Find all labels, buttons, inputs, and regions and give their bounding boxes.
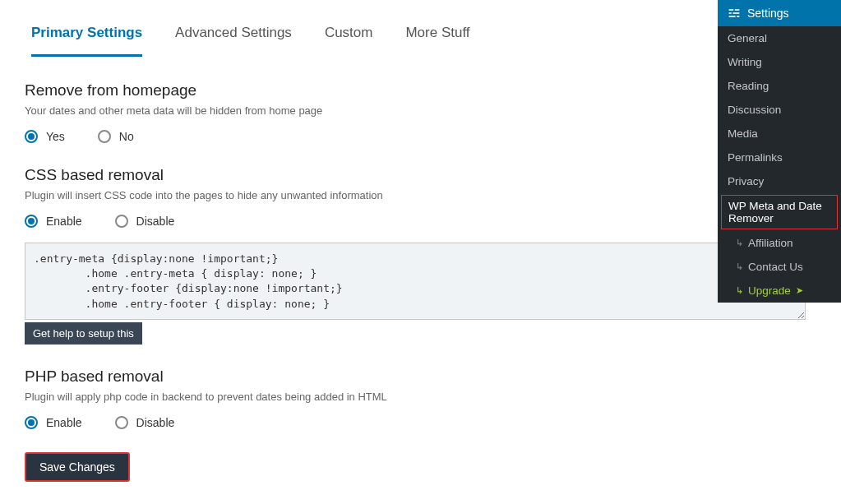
radio-group-css: Enable Disable xyxy=(25,215,691,228)
svg-rect-1 xyxy=(735,9,740,11)
radio-php-disable[interactable] xyxy=(115,416,128,429)
sidebar-title: Settings xyxy=(747,7,789,20)
radio-label: Disable xyxy=(136,416,175,429)
sidebar-item-discussion[interactable]: Discussion xyxy=(718,98,841,122)
tabs-bar: Primary Settings Advanced Settings Custo… xyxy=(25,16,691,57)
arrow-right-icon: ➤ xyxy=(796,285,803,296)
radio-homepage-no[interactable] xyxy=(98,130,111,143)
sidebar-header: Settings xyxy=(718,0,841,26)
radio-label: Disable xyxy=(136,215,175,228)
sidebar-item-reading[interactable]: Reading xyxy=(718,74,841,98)
section-php-removal: PHP based removal Plugin will apply php … xyxy=(25,368,691,429)
sidebar-item-affiliation[interactable]: ↳ Affiliation xyxy=(718,231,841,255)
save-changes-button[interactable]: Save Changes xyxy=(25,452,130,482)
sidebar-item-writing[interactable]: Writing xyxy=(718,50,841,74)
radio-label: Enable xyxy=(46,215,82,228)
radio-group-php: Enable Disable xyxy=(25,416,691,429)
section-desc: Plugin will apply php code in backend to… xyxy=(25,391,691,403)
radio-label: Enable xyxy=(46,416,82,429)
section-remove-homepage: Remove from homepage Your dates and othe… xyxy=(25,81,691,143)
section-title: PHP based removal xyxy=(25,368,691,386)
svg-rect-0 xyxy=(729,9,734,11)
radio-label: Yes xyxy=(46,130,65,143)
sidebar-item-label: Upgrade xyxy=(748,284,791,297)
radio-php-enable[interactable] xyxy=(25,416,38,429)
radio-label: No xyxy=(119,130,134,143)
sidebar-item-upgrade[interactable]: ↳ Upgrade ➤ xyxy=(718,279,841,303)
svg-rect-3 xyxy=(732,12,739,14)
section-desc: Plugin will insert CSS code into the pag… xyxy=(25,189,691,201)
section-desc: Your dates and other meta data will be h… xyxy=(25,104,691,117)
css-code-textarea[interactable] xyxy=(25,243,806,320)
sidebar-item-contact-us[interactable]: ↳ Contact Us xyxy=(718,255,841,279)
sidebar-item-privacy[interactable]: Privacy xyxy=(718,169,841,193)
radio-css-disable[interactable] xyxy=(115,215,128,228)
radio-homepage-yes[interactable] xyxy=(25,130,38,143)
svg-rect-2 xyxy=(729,12,732,14)
tab-primary-settings[interactable]: Primary Settings xyxy=(31,16,142,57)
sub-indicator-icon: ↳ xyxy=(736,285,743,296)
tab-advanced-settings[interactable]: Advanced Settings xyxy=(175,16,292,57)
section-title: CSS based removal xyxy=(25,166,691,184)
settings-icon xyxy=(728,7,741,20)
sidebar-item-label: Affiliation xyxy=(748,237,793,249)
radio-group-homepage: Yes No xyxy=(25,130,691,143)
sidebar-item-label: Contact Us xyxy=(748,261,803,273)
tab-custom[interactable]: Custom xyxy=(325,16,373,57)
sub-indicator-icon: ↳ xyxy=(736,261,743,272)
section-css-removal: CSS based removal Plugin will insert CSS… xyxy=(25,166,691,344)
section-title: Remove from homepage xyxy=(25,81,691,99)
sub-indicator-icon: ↳ xyxy=(736,238,743,248)
help-setup-button[interactable]: Get help to setup this xyxy=(25,322,142,344)
svg-rect-5 xyxy=(737,16,739,17)
sidebar-item-wp-meta-date-remover[interactable]: WP Meta and Date Remover xyxy=(721,195,838,229)
sidebar-item-general[interactable]: General xyxy=(718,26,841,50)
settings-sidebar: Settings General Writing Reading Discuss… xyxy=(718,0,841,303)
svg-rect-4 xyxy=(729,16,736,17)
tab-more-stuff[interactable]: More Stuff xyxy=(405,16,469,57)
radio-css-enable[interactable] xyxy=(25,215,38,228)
sidebar-item-permalinks[interactable]: Permalinks xyxy=(718,146,841,169)
sidebar-item-media[interactable]: Media xyxy=(718,122,841,146)
